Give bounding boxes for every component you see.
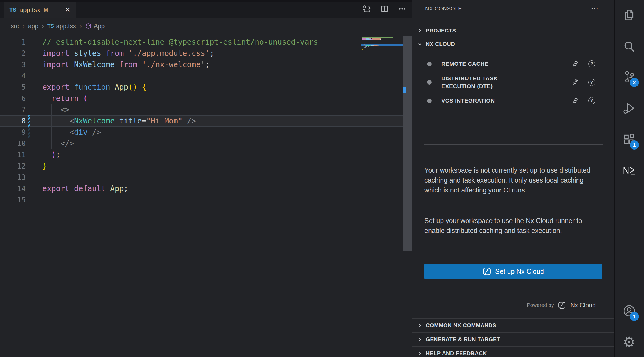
- connect-plug-icon[interactable]: [572, 97, 579, 104]
- more-actions-icon[interactable]: [398, 5, 406, 13]
- line-number[interactable]: 8: [0, 115, 26, 127]
- code-line[interactable]: 11 );: [0, 149, 412, 161]
- minimap-line-fragment: [369, 38, 371, 39]
- minimap-line-fragment: [380, 39, 381, 40]
- section-help-and-feedback[interactable]: HELP AND FEEDBACK: [412, 346, 614, 357]
- section-projects[interactable]: PROJECTS: [412, 24, 614, 37]
- code-line[interactable]: 14export default App;: [0, 183, 412, 194]
- tab-file-name: app.tsx: [20, 6, 40, 14]
- powered-by-row: Powered by Nx Cloud: [527, 301, 596, 309]
- vscode-window: TS app.tsx M ✕ src › app › TS app.tsx ›: [0, 0, 644, 357]
- activitybar-item-search[interactable]: [620, 38, 639, 57]
- line-number[interactable]: 12: [0, 161, 26, 172]
- line-number[interactable]: 3: [0, 59, 26, 70]
- collapsed-sections: COMMON NX COMMANDSGENERATE & RUN TARGETH…: [412, 318, 614, 357]
- code-line[interactable]: 12}: [0, 161, 412, 172]
- minimap-line-fragment: [366, 46, 368, 47]
- code-line[interactable]: 6 return (: [0, 93, 412, 104]
- code-line[interactable]: 15: [0, 194, 412, 206]
- activitybar-item-source-control[interactable]: 2: [620, 68, 639, 87]
- code-line[interactable]: 5export function App() {: [0, 82, 412, 93]
- gutter: [26, 104, 42, 115]
- minimap-line-fragment: [367, 43, 368, 43]
- editor-scrollbar-thumb[interactable]: [403, 36, 412, 251]
- feature-actions: ?: [572, 97, 595, 104]
- code-text: import styles from './app.module.css';: [42, 48, 214, 59]
- minimap-line-fragment: [362, 37, 393, 38]
- open-changes-icon[interactable]: [362, 5, 371, 13]
- gutter: [26, 149, 42, 161]
- code-line[interactable]: 1// eslint-disable-next-line @typescript…: [0, 37, 412, 48]
- breadcrumb-app-tsx[interactable]: TS app.tsx: [47, 23, 76, 30]
- gutter: [26, 161, 42, 172]
- panel-header: NX CONSOLE ⋯: [412, 0, 614, 17]
- ts-icon: TS: [47, 23, 54, 29]
- panel-more-actions-icon[interactable]: ⋯: [591, 4, 598, 13]
- section-nx-cloud[interactable]: NX CLOUD: [412, 37, 614, 51]
- code-text: return (: [42, 93, 88, 104]
- help-question-icon[interactable]: ?: [588, 60, 595, 67]
- connect-plug-icon[interactable]: [572, 79, 579, 86]
- code-text: import NxWelcome from './nx-welcome';: [42, 59, 210, 70]
- line-number[interactable]: 6: [0, 93, 26, 104]
- nx-cloud-feature-label: DISTRIBUTED TASK EXECUTION (DTE): [441, 75, 532, 90]
- section-common-nx-commands[interactable]: COMMON NX COMMANDS: [412, 318, 614, 332]
- section-label: HELP AND FEEDBACK: [426, 350, 487, 356]
- activitybar-item-run-and-debug[interactable]: [620, 99, 639, 119]
- section-generate-run-target[interactable]: GENERATE & RUN TARGET: [412, 332, 614, 346]
- line-number[interactable]: 2: [0, 48, 26, 59]
- code-line[interactable]: 2import styles from './app.module.css';: [0, 48, 412, 59]
- breadcrumb-app[interactable]: app: [28, 23, 38, 30]
- help-question-icon[interactable]: ?: [588, 79, 595, 86]
- activitybar-item-settings[interactable]: ⚙: [620, 333, 639, 352]
- minimap-line-fragment: [381, 38, 381, 39]
- git-modified-gutter-marker: [28, 127, 30, 138]
- help-question-icon[interactable]: ?: [588, 97, 595, 104]
- close-tab-icon[interactable]: ✕: [65, 6, 71, 13]
- breadcrumb-src[interactable]: src: [11, 23, 19, 30]
- code-line[interactable]: 10 </>: [0, 138, 412, 149]
- minimap-line-fragment: [371, 39, 373, 40]
- line-number[interactable]: 4: [0, 70, 26, 82]
- line-number[interactable]: 15: [0, 194, 26, 206]
- activitybar-item-explorer[interactable]: [620, 6, 639, 25]
- debug-icon: [623, 102, 636, 116]
- split-editor-icon[interactable]: [380, 5, 389, 13]
- activitybar-item-extensions[interactable]: 1: [620, 130, 639, 150]
- minimap[interactable]: [362, 37, 403, 59]
- minimap-line-fragment: [378, 45, 379, 46]
- line-number[interactable]: 5: [0, 82, 26, 93]
- nx-cloud-feature-row: VCS INTEGRATION?: [424, 97, 603, 104]
- line-number[interactable]: 7: [0, 104, 26, 115]
- code-text: export function App() {: [42, 82, 146, 93]
- code-text: <div />: [42, 127, 101, 138]
- badge-count: 1: [630, 312, 639, 321]
- code-line[interactable]: 9 <div />: [0, 127, 412, 138]
- activitybar-item-nx-console[interactable]: [620, 161, 639, 180]
- breadcrumb-separator: ›: [42, 22, 44, 30]
- code-text: export default App;: [42, 183, 128, 194]
- code-line[interactable]: 4: [0, 70, 412, 82]
- nx-cloud-feature-label: REMOTE CACHE: [441, 60, 532, 68]
- tab-app-tsx[interactable]: TS app.tsx M ✕: [4, 2, 76, 18]
- code-line[interactable]: 7 <>: [0, 104, 412, 115]
- activitybar-item-accounts[interactable]: 1: [620, 302, 639, 321]
- chevron-right-icon: [417, 351, 423, 356]
- code-line[interactable]: 3import NxWelcome from './nx-welcome';: [0, 59, 412, 70]
- line-number[interactable]: 13: [0, 172, 26, 183]
- code-line[interactable]: 8 <NxWelcome title="Hi Mom" />: [0, 115, 412, 127]
- breadcrumb: src › app › TS app.tsx › App: [11, 18, 105, 34]
- connect-plug-icon[interactable]: [572, 60, 579, 68]
- line-number[interactable]: 14: [0, 183, 26, 194]
- breadcrumb-symbol-app[interactable]: App: [85, 23, 105, 30]
- code-editor[interactable]: 1// eslint-disable-next-line @typescript…: [0, 37, 412, 206]
- nx-cloud-feature-label: VCS INTEGRATION: [441, 97, 532, 104]
- code-line[interactable]: 13: [0, 172, 412, 183]
- modified-badge: M: [43, 6, 48, 13]
- line-number[interactable]: 9: [0, 127, 26, 138]
- set-up-nx-cloud-button[interactable]: Set up Nx Cloud: [424, 264, 602, 279]
- chevron-down-icon: [417, 41, 423, 47]
- line-number[interactable]: 11: [0, 149, 26, 161]
- line-number[interactable]: 1: [0, 37, 26, 48]
- line-number[interactable]: 10: [0, 138, 26, 149]
